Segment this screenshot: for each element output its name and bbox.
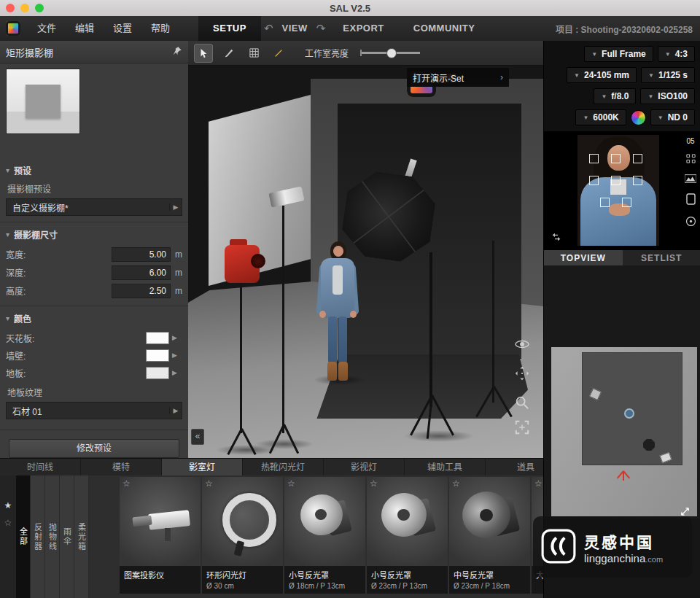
brightness-slider[interactable] [360,52,420,54]
category-umbrellas[interactable]: 雨伞 [60,475,74,598]
orientation-icon[interactable] [686,193,696,207]
select-tool-button[interactable] [194,44,213,63]
category-parabolic[interactable]: 抛物线 [45,475,60,598]
tab-tools[interactable]: 辅助工具 [405,459,486,476]
category-softboxes[interactable]: 柔光箱 [74,475,89,598]
menu-file[interactable]: 文件 [28,16,66,41]
iso-dropdown[interactable]: ▼ISO100 [640,88,695,104]
favorite-star-icon[interactable]: ☆ [287,478,295,489]
chevron-down-icon: ▾ [6,230,9,238]
watermark-logo-icon [540,528,577,567]
undo-icon[interactable]: ↶ [261,22,276,35]
aperture-dropdown[interactable]: ▼f/8.0 [594,88,636,104]
panel-header: 矩形摄影棚 [0,41,188,63]
nd-filter-dropdown[interactable]: ▼ND 0 [650,109,695,125]
model-boot-left [327,362,337,381]
pin-icon[interactable] [172,46,182,58]
camera-stand[interactable] [240,281,242,433]
target-icon[interactable] [685,215,697,230]
softbox-stand[interactable] [429,252,432,407]
tab-studio-lights[interactable]: 影室灯 [162,459,243,476]
studio-thumbnail[interactable] [6,69,80,134]
frame-view-icon[interactable] [512,417,532,438]
af-grid-icon[interactable] [685,153,696,166]
favorite-star-icon[interactable]: ☆ [205,478,213,489]
arrow-right-icon: ▶ [169,407,182,414]
section-header-preset[interactable]: ▾ 预设 [6,163,182,181]
height-input[interactable]: 2.50 [112,284,171,298]
3d-viewport[interactable]: 购买完整版 › 打开演示-Set › [188,66,543,458]
app-window: SAL V2.5 文件 编辑 设置 帮助 SETUP ↶ VIEW ↷ EXPO… [0,0,700,598]
backdrop-stand[interactable] [492,241,494,403]
sensor-format-value: Full Frame [602,49,646,59]
favorite-star-icon[interactable]: ☆ [370,478,378,489]
color-wheel-icon[interactable] [631,110,646,125]
tab-timeline[interactable]: 时间线 [0,459,81,476]
floor-color-swatch[interactable] [146,367,169,379]
favorite-star-icon[interactable]: ☆ [122,478,131,489]
ceiling-color-swatch[interactable] [146,332,169,344]
camera-preview[interactable]: 05 [544,131,700,249]
section-header-size[interactable]: ▾ 摄影棚尺寸 [6,227,182,245]
product-card[interactable]: ☆ 小号反光罩 Ø 23cm / P 13cm [367,477,448,594]
favorites-star-outline-icon[interactable]: ☆ [4,518,12,528]
favorite-star-icon[interactable]: ☆ [452,478,460,489]
tab-setlist[interactable]: SETLIST [623,249,700,265]
modify-preset-button[interactable]: 修改预设 [9,439,179,458]
tab-topview[interactable]: TOPVIEW [544,249,623,265]
menu-settings[interactable]: 设置 [104,16,141,41]
floor-texture-dropdown[interactable]: 石材 01 ▶ [6,402,182,419]
histogram-icon[interactable] [685,174,696,185]
grid-tool-button[interactable] [245,44,262,62]
collapse-panel-icon[interactable]: « [191,429,204,445]
paint-tool-button[interactable] [220,44,238,62]
watermark-cn-text: 灵感中国 [584,530,663,552]
tab-community[interactable]: COMMUNITY [399,16,490,41]
shutter-dropdown[interactable]: ▼1/125 s [641,67,695,83]
depth-input[interactable]: 6.00 [112,265,171,280]
open-demo-set-button[interactable]: 打开演示-Set › [407,68,509,87]
sensor-format-dropdown[interactable]: ▼Full Frame [584,46,653,62]
model-shirt [332,265,343,295]
favorite-star-icon[interactable]: ☆ [534,478,542,489]
product-card[interactable]: ☆ 小号反光罩 Ø 18cm / P 13cm [284,477,365,594]
redo-icon[interactable]: ↷ [314,22,329,35]
wall-color-swatch[interactable] [146,349,169,362]
zoom-icon[interactable] [512,392,532,413]
arrow-right-icon: ▶ [172,334,177,341]
tab-export[interactable]: EXPORT [328,16,398,41]
aspect-ratio-dropdown[interactable]: ▼4:3 [658,46,695,62]
pan-icon[interactable] [512,363,532,384]
slider-knob[interactable] [386,48,397,58]
flip-view-icon[interactable] [550,231,563,245]
width-input[interactable]: 5.00 [112,247,171,262]
category-all[interactable]: 全部 [16,475,31,598]
menu-help[interactable]: 帮助 [141,16,179,41]
category-reflectors[interactable]: 反射器 [31,475,45,598]
measure-tool-button[interactable] [270,44,287,62]
favorites-star-icon[interactable]: ★ [4,500,12,510]
tab-setup[interactable]: SETUP [198,16,261,41]
tab-view[interactable]: VIEW [276,16,313,41]
topview-model[interactable] [624,408,634,419]
white-balance-dropdown[interactable]: ▼6000K [575,109,626,125]
right-tabs: TOPVIEW SETLIST [544,249,700,265]
height-row: 高度: 2.50 m [6,281,182,300]
tab-video-lights[interactable]: 影视灯 [324,459,405,476]
lens-dropdown[interactable]: ▼24-105 mm [567,67,637,83]
product-card[interactable]: ☆ 环形闪光灯 Ø 30 cm [202,477,283,594]
tab-model[interactable]: 模特 [81,459,162,476]
product-card[interactable]: ☆ 图案投影仪 [120,477,201,594]
topview-softbox[interactable] [643,439,655,451]
topview-tripod-leg [623,471,624,481]
topview-canvas[interactable] [544,265,700,519]
menu-edit[interactable]: 编辑 [66,16,104,41]
orbit-icon[interactable] [512,334,532,354]
aperture-value: f/8.0 [611,91,629,101]
tab-props[interactable]: 道具 [486,459,543,476]
studio-preset-dropdown[interactable]: 自定义摄影棚* ▶ [6,198,182,216]
section-header-colors[interactable]: ▾ 颜色 [6,311,182,329]
product-card[interactable]: ☆ 中号反光罩 Ø 23cm / P 18cm [449,477,530,594]
strobe-stand[interactable] [282,206,284,433]
tab-speedlights[interactable]: 热靴闪光灯 [243,459,324,476]
